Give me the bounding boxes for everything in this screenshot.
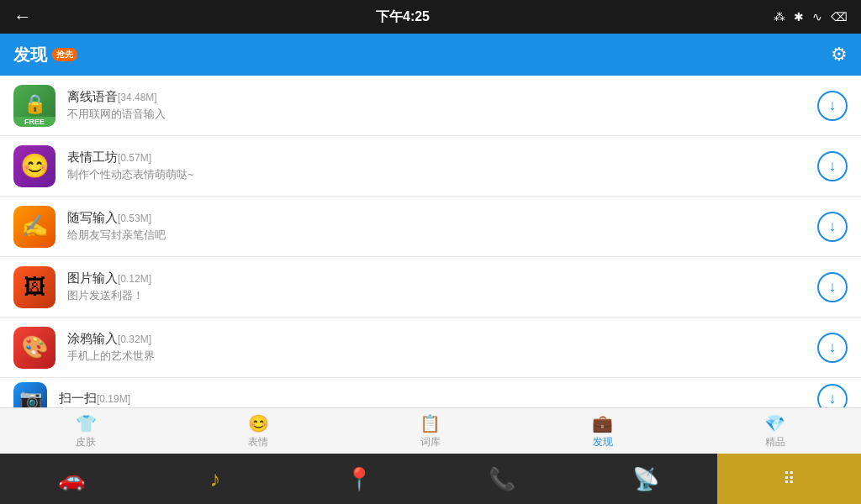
- download-button[interactable]: ↓: [817, 272, 848, 302]
- wifi-icon: ∿: [812, 10, 822, 24]
- nav-location[interactable]: 📍: [287, 454, 430, 504]
- nav-music[interactable]: ♪: [144, 454, 288, 504]
- app-name: 离线语音[34.48M]: [67, 89, 817, 105]
- app-icon-image-input: 🖼: [13, 266, 55, 308]
- app-desc: 给朋友写封亲笔信吧: [67, 228, 817, 243]
- discover-icon: 💼: [592, 413, 613, 433]
- download-button[interactable]: ↓: [817, 91, 848, 121]
- app-name: 扫一扫[0.19M]: [59, 391, 817, 407]
- status-bar: ← 下午4:25 ⁂ ✱ ∿ ⌫: [0, 0, 861, 34]
- dict-icon: 📋: [420, 413, 441, 433]
- download-button[interactable]: ↓: [817, 151, 848, 181]
- app-icon-doodle: 🎨: [13, 327, 55, 369]
- tab-premium[interactable]: 💎 精品: [689, 408, 861, 454]
- music-icon: ♪: [210, 466, 221, 492]
- app-icon-offline-voice: 🔒 FREE: [13, 85, 55, 127]
- status-icons: ⁂ ✱ ∿ ⌫: [774, 10, 848, 24]
- header-title-text: 发现: [13, 44, 47, 66]
- back-button[interactable]: ←: [13, 6, 32, 28]
- app-desc: 不用联网的语音输入: [67, 107, 817, 122]
- premium-icon: 💎: [764, 413, 785, 433]
- call-icon: 📞: [489, 466, 515, 492]
- app-list: 🔒 FREE 离线语音[34.48M] 不用联网的语音输入 ↓ 😊 表情工坊[0…: [0, 76, 861, 407]
- list-item: 🎨 涂鸦输入[0.32M] 手机上的艺术世界 ↓: [0, 318, 861, 378]
- user-icon: ⁂: [774, 10, 785, 24]
- app-info: 离线语音[34.48M] 不用联网的语音输入: [67, 89, 817, 122]
- app-icon-handwrite: ✍: [13, 206, 55, 248]
- nav-signal[interactable]: 📡: [574, 454, 718, 504]
- list-item: 🖼 图片输入[0.12M] 图片发送利器！ ↓: [0, 257, 861, 318]
- app-name: 涂鸦输入[0.32M]: [67, 331, 817, 347]
- tab-dict[interactable]: 📋 词库: [345, 408, 517, 454]
- app-name: 随写输入[0.53M]: [67, 210, 817, 226]
- tab-skin-label: 皮肤: [76, 435, 96, 449]
- tab-discover[interactable]: 💼 发现: [516, 408, 689, 454]
- signal-nav-icon: 📡: [632, 466, 659, 492]
- app-icon-emoji-workshop: 😊: [13, 145, 55, 187]
- app-info: 随写输入[0.53M] 给朋友写封亲笔信吧: [67, 210, 817, 243]
- inner-tab-bar: 👕 皮肤 😊 表情 📋 词库 💼 发现 💎 精品: [0, 407, 861, 454]
- bluetooth-icon: ✱: [794, 10, 804, 24]
- app-desc: 手机上的艺术世界: [67, 349, 817, 364]
- location-icon: 📍: [346, 466, 372, 492]
- app-info: 表情工坊[0.57M] 制作个性动态表情萌萌哒~: [67, 150, 817, 182]
- emoji-icon: 😊: [248, 413, 269, 433]
- app-name: 表情工坊[0.57M]: [67, 150, 817, 165]
- tab-dict-label: 词库: [420, 435, 441, 449]
- nav-car[interactable]: 🚗: [0, 454, 144, 504]
- tab-emoji-label: 表情: [248, 435, 268, 449]
- header-title: 发现 抢先: [13, 44, 77, 66]
- skin-icon: 👕: [76, 413, 97, 433]
- app-desc: 图片发送利器！: [67, 288, 817, 303]
- nav-apps[interactable]: ⠿: [717, 454, 861, 504]
- download-button[interactable]: ↓: [817, 384, 848, 408]
- app-name: 图片输入[0.12M]: [67, 270, 817, 286]
- list-item: 🔒 FREE 离线语音[34.48M] 不用联网的语音输入 ↓: [0, 76, 861, 136]
- signal-icon: ⌫: [831, 10, 848, 24]
- list-item: 📷 扫一扫[0.19M] ↓: [0, 378, 861, 407]
- app-info: 涂鸦输入[0.32M] 手机上的艺术世界: [67, 331, 817, 364]
- download-button[interactable]: ↓: [817, 212, 848, 242]
- apps-grid-icon: ⠿: [783, 469, 796, 489]
- settings-button[interactable]: ⚙: [831, 44, 848, 66]
- app-icon-scan: 📷: [13, 382, 47, 408]
- header: 发现 抢先 ⚙: [0, 34, 861, 76]
- nav-call[interactable]: 📞: [430, 454, 574, 504]
- bottom-nav: 🚗 ♪ 📍 📞 📡 ⠿: [0, 454, 861, 504]
- app-desc: 制作个性动态表情萌萌哒~: [67, 167, 817, 182]
- car-icon: 🚗: [58, 466, 85, 492]
- tab-skin[interactable]: 👕 皮肤: [0, 408, 172, 454]
- tab-discover-label: 发现: [593, 435, 613, 449]
- list-item: ✍ 随写输入[0.53M] 给朋友写封亲笔信吧 ↓: [0, 197, 861, 257]
- list-item: 😊 表情工坊[0.57M] 制作个性动态表情萌萌哒~ ↓: [0, 136, 861, 197]
- app-info: 图片输入[0.12M] 图片发送利器！: [67, 270, 817, 303]
- app-info: 扫一扫[0.19M]: [59, 391, 817, 407]
- status-time: 下午4:25: [376, 8, 430, 26]
- download-button[interactable]: ↓: [817, 333, 848, 363]
- tab-premium-label: 精品: [765, 435, 785, 449]
- header-badge: 抢先: [52, 48, 77, 61]
- tab-emoji[interactable]: 😊 表情: [172, 408, 345, 454]
